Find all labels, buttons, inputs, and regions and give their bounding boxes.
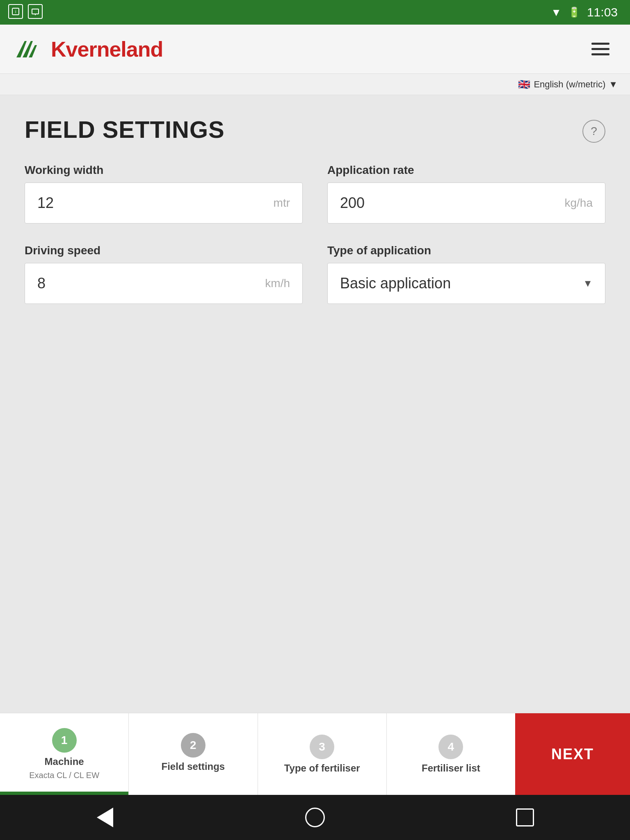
battery-icon: 🔋 — [568, 7, 580, 18]
driving-speed-label: Driving speed — [25, 244, 303, 257]
notification-icon-1: i — [8, 4, 23, 19]
tab-type-of-fertiliser[interactable]: 3 Type of fertiliser — [258, 713, 387, 795]
working-width-unit: mtr — [274, 196, 290, 210]
hamburger-icon — [591, 48, 609, 50]
recents-button[interactable] — [513, 805, 537, 830]
flag-icon: 🇬🇧 — [518, 79, 530, 90]
tab-field-settings-step-number: 2 — [190, 739, 196, 752]
tab-fertiliser-step-number: 3 — [319, 740, 325, 753]
home-button[interactable] — [303, 805, 327, 830]
driving-speed-input[interactable] — [37, 275, 214, 292]
back-button[interactable] — [93, 805, 117, 830]
home-icon — [305, 808, 325, 827]
tab-field-settings-label: Field settings — [162, 761, 225, 772]
tab-field-settings-step-circle: 2 — [181, 733, 205, 758]
hamburger-icon — [591, 43, 609, 45]
recents-icon — [516, 808, 534, 826]
help-icon: ? — [591, 125, 597, 138]
tab-machine-step-circle: 1 — [52, 728, 77, 753]
application-rate-label: Application rate — [327, 164, 605, 177]
svg-rect-2 — [32, 9, 39, 14]
language-selector[interactable]: 🇬🇧 English (w/metric) ▼ — [518, 79, 618, 90]
working-width-label: Working width — [25, 164, 303, 177]
working-width-group: Working width mtr — [25, 164, 303, 224]
application-rate-group: Application rate kg/ha — [327, 164, 605, 224]
tab-machine-label: Machine — [45, 756, 84, 767]
page-header: FIELD SETTINGS ? — [25, 116, 605, 143]
form-grid: Working width mtr Application rate kg/ha… — [25, 164, 605, 304]
tab-fertiliser-step-circle: 3 — [310, 735, 334, 759]
type-of-application-label: Type of application — [327, 244, 605, 257]
system-bar — [0, 795, 630, 840]
tab-field-settings[interactable]: 2 Field settings — [129, 713, 258, 795]
language-dropdown-icon: ▼ — [609, 79, 618, 90]
type-of-application-group: Type of application Basic application ▼ — [327, 244, 605, 304]
status-right: ▼ 🔋 11:03 — [551, 5, 618, 19]
main-content: FIELD SETTINGS ? Working width mtr Appli… — [0, 95, 630, 713]
tab-fertiliser-label: Type of fertiliser — [284, 762, 360, 774]
language-bar: 🇬🇧 English (w/metric) ▼ — [0, 74, 630, 95]
application-rate-unit: kg/ha — [565, 196, 593, 210]
page-title: FIELD SETTINGS — [25, 116, 225, 143]
tab-machine-sublabel: Exacta CL / CL EW — [29, 771, 99, 780]
bottom-nav: 1 Machine Exacta CL / CL EW 2 Field sett… — [0, 713, 630, 795]
back-icon — [97, 808, 113, 827]
type-of-application-select[interactable]: Basic application ▼ — [327, 263, 605, 304]
top-nav: Kverneland — [0, 25, 630, 74]
svg-text:i: i — [15, 9, 16, 14]
application-rate-input[interactable] — [340, 194, 517, 212]
driving-speed-group: Driving speed km/h — [25, 244, 303, 304]
tab-machine[interactable]: 1 Machine Exacta CL / CL EW — [0, 713, 129, 795]
tab-machine-step-number: 1 — [61, 734, 68, 747]
application-rate-input-container[interactable]: kg/ha — [327, 183, 605, 224]
driving-speed-unit: km/h — [265, 277, 290, 290]
kverneland-logo-icon — [16, 37, 45, 62]
status-icons-left: i — [8, 4, 43, 19]
wifi-icon: ▼ — [551, 6, 562, 19]
tab-fertiliser-list-step-circle: 4 — [438, 735, 463, 759]
logo-text: Kverneland — [51, 37, 163, 62]
help-button[interactable]: ? — [582, 120, 605, 143]
notification-icon-2 — [28, 4, 43, 19]
select-dropdown-icon: ▼ — [583, 278, 593, 289]
tab-fertiliser-list[interactable]: 4 Fertiliser list — [387, 713, 515, 795]
working-width-input-container[interactable]: mtr — [25, 183, 303, 224]
tab-fertiliser-list-step-number: 4 — [448, 740, 454, 753]
menu-button[interactable] — [587, 39, 614, 59]
type-of-application-value: Basic application — [340, 275, 451, 292]
working-width-input[interactable] — [37, 194, 214, 212]
language-label: English (w/metric) — [534, 79, 605, 90]
logo-area: Kverneland — [16, 37, 163, 62]
status-bar: i ▼ 🔋 11:03 — [0, 0, 630, 25]
driving-speed-input-container[interactable]: km/h — [25, 263, 303, 304]
tab-fertiliser-list-label: Fertiliser list — [422, 762, 480, 774]
next-button[interactable]: NEXT — [515, 713, 630, 795]
hamburger-icon — [591, 53, 609, 55]
clock: 11:03 — [587, 5, 618, 19]
